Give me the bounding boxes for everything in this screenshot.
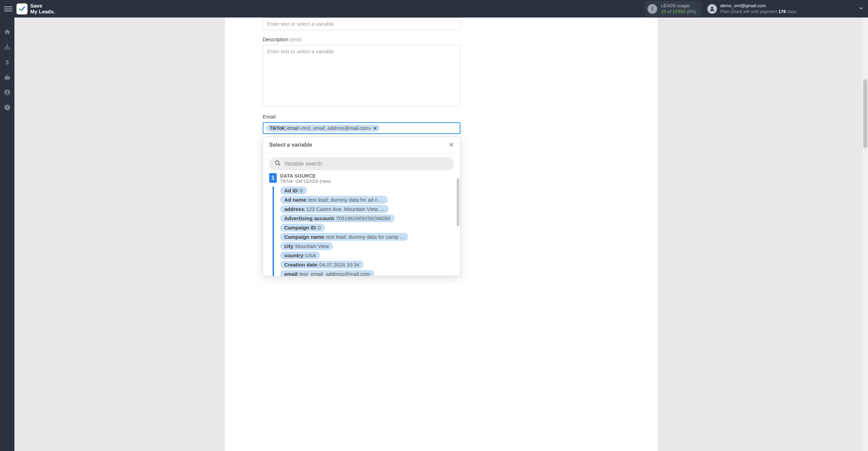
logo-text: Save My Leads. [30,3,55,14]
avatar-icon [707,4,717,14]
info-icon: i [648,4,657,14]
menu-toggle-button[interactable] [4,5,12,13]
svg-point-0 [711,7,713,9]
user-text: demo_sml@gmail.com Plan |Start| left unt… [720,3,797,15]
user-menu[interactable]: demo_sml@gmail.com Plan |Start| left unt… [707,3,797,15]
logo-icon [16,3,27,14]
usage-widget[interactable]: i LEADS usage: 23 of 13'850 (0%) [645,1,701,17]
app-logo[interactable]: Save My Leads. [16,3,55,14]
chevron-down-icon[interactable] [858,5,864,12]
usage-text: LEADS usage: 23 of 13'850 (0%) [661,3,696,15]
app-header: Save My Leads. i LEADS usage: 23 of 13'8… [0,0,868,18]
